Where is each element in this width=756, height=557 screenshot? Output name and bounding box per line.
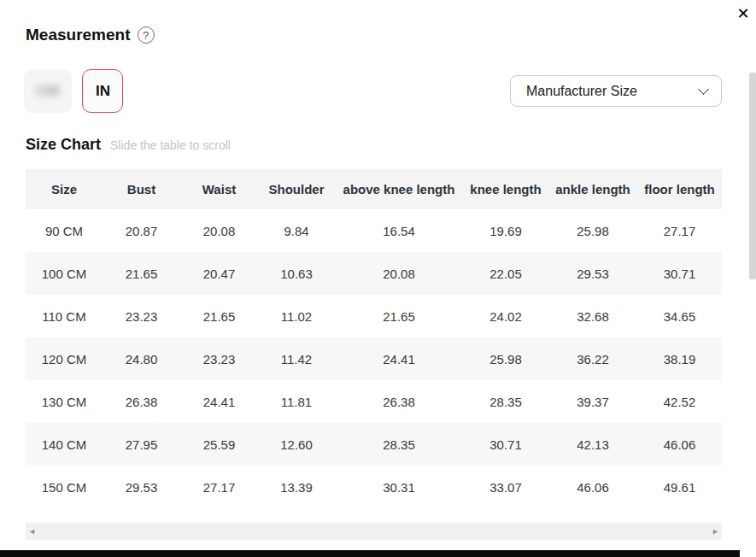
size-chart-header: Size Chart Slide the table to scroll xyxy=(26,136,231,154)
table-cell: 20.08 xyxy=(180,209,258,252)
table-cell: 34.65 xyxy=(637,295,722,337)
manufacturer-size-dropdown[interactable]: Manufacturer Size xyxy=(510,75,722,107)
table-cell: 110 CM xyxy=(26,295,103,337)
table-cell: 38.19 xyxy=(637,337,722,380)
table-cell: 26.38 xyxy=(103,380,180,423)
table-cell: 30.71 xyxy=(637,252,722,295)
unit-in-button[interactable]: IN xyxy=(82,69,123,113)
page-title: Measurement xyxy=(26,26,131,44)
table-row: 90 CM20.8720.089.8416.5419.6925.9827.17 xyxy=(26,209,722,252)
table-cell: 90 CM xyxy=(26,209,103,252)
scroll-right-icon[interactable]: ► xyxy=(712,523,719,540)
table-cell: 28.35 xyxy=(335,423,463,466)
table-row: 150 CM29.5327.1713.3930.3133.0746.0649.6… xyxy=(26,466,722,508)
table-cell: 42.52 xyxy=(637,380,722,423)
table-cell: 27.17 xyxy=(180,466,258,508)
table-cell: 120 CM xyxy=(26,337,103,380)
table-cell: 20.47 xyxy=(180,252,258,295)
size-chart-table-container[interactable]: SizeBustWaistShoulderabove knee lengthkn… xyxy=(26,169,722,508)
table-cell: 42.13 xyxy=(548,423,637,466)
table-cell: 29.53 xyxy=(103,466,180,508)
manufacturer-size-label: Manufacturer Size xyxy=(526,84,637,99)
scroll-hint-text: Slide the table to scroll xyxy=(110,138,231,152)
table-cell: 21.65 xyxy=(335,295,463,337)
column-header: knee length xyxy=(463,169,548,209)
unit-in-label: IN xyxy=(96,83,110,100)
table-cell: 19.69 xyxy=(463,209,548,252)
table-cell: 27.95 xyxy=(103,423,180,466)
size-chart-title: Size Chart xyxy=(26,136,101,154)
modal-header: Measurement ? xyxy=(26,26,155,44)
table-cell: 25.98 xyxy=(548,209,637,252)
table-row: 140 CM27.9525.5912.6028.3530.7142.1346.0… xyxy=(26,423,722,466)
table-cell: 21.65 xyxy=(103,252,180,295)
table-head: SizeBustWaistShoulderabove knee lengthkn… xyxy=(26,169,722,209)
table-cell: 16.54 xyxy=(335,209,463,252)
close-icon[interactable]: ✕ xyxy=(734,4,753,23)
table-cell: 29.53 xyxy=(548,252,637,295)
table-cell: 46.06 xyxy=(637,423,722,466)
table-cell: 28.35 xyxy=(463,380,548,423)
table-cell: 20.87 xyxy=(103,209,180,252)
chevron-down-icon xyxy=(698,84,709,95)
column-header: ankle length xyxy=(548,169,637,209)
table-cell: 100 CM xyxy=(26,252,103,295)
table-row: 110 CM23.2321.6511.0221.6524.0232.6834.6… xyxy=(26,295,722,337)
table-cell: 27.17 xyxy=(637,209,722,252)
table-row: 120 CM24.8023.2311.4224.4125.9836.2238.1… xyxy=(26,337,722,380)
table-cell: 20.08 xyxy=(335,252,463,295)
table-cell: 24.02 xyxy=(463,295,548,337)
column-header: Shoulder xyxy=(258,169,335,209)
column-header: above knee length xyxy=(335,169,463,209)
help-icon[interactable]: ? xyxy=(138,26,155,44)
scroll-left-icon[interactable]: ◄ xyxy=(28,523,36,540)
table-cell: 36.22 xyxy=(548,337,637,380)
column-header: Waist xyxy=(180,169,258,209)
size-chart-table: SizeBustWaistShoulderabove knee lengthkn… xyxy=(26,169,722,508)
table-cell: 140 CM xyxy=(26,423,103,466)
column-header: floor length xyxy=(637,169,722,209)
table-cell: 33.07 xyxy=(463,466,548,508)
table-cell: 21.65 xyxy=(180,295,258,337)
table-cell: 26.38 xyxy=(335,380,463,423)
header-row: SizeBustWaistShoulderabove knee lengthkn… xyxy=(26,169,722,209)
column-header: Size xyxy=(26,169,103,209)
table-cell: 24.41 xyxy=(180,380,258,423)
measurement-modal: ✕ Measurement ? CM IN Manufacturer Size … xyxy=(0,0,756,557)
table-cell: 32.68 xyxy=(548,295,637,337)
table-cell: 150 CM xyxy=(26,466,103,508)
table-cell: 25.98 xyxy=(463,337,548,380)
table-cell: 13.39 xyxy=(258,466,335,508)
table-cell: 11.81 xyxy=(258,380,335,423)
background-page-strip xyxy=(0,550,740,557)
unit-toggle: CM IN xyxy=(24,69,123,113)
table-body: 90 CM20.8720.089.8416.5419.6925.9827.171… xyxy=(26,209,722,508)
table-cell: 23.23 xyxy=(180,337,258,380)
table-cell: 22.05 xyxy=(463,252,548,295)
table-cell: 10.63 xyxy=(258,252,335,295)
table-cell: 30.31 xyxy=(335,466,463,508)
unit-cm-button[interactable]: CM xyxy=(24,69,72,113)
table-cell: 11.42 xyxy=(258,337,335,380)
table-cell: 11.02 xyxy=(258,295,335,337)
table-cell: 23.23 xyxy=(103,295,180,337)
column-header: Bust xyxy=(103,169,180,209)
table-cell: 25.59 xyxy=(180,423,258,466)
table-cell: 49.61 xyxy=(637,466,722,508)
table-cell: 46.06 xyxy=(548,466,637,508)
table-cell: 39.37 xyxy=(548,380,637,423)
table-cell: 130 CM xyxy=(26,380,103,423)
table-cell: 30.71 xyxy=(463,423,548,466)
table-cell: 24.80 xyxy=(103,337,180,380)
table-cell: 12.60 xyxy=(258,423,335,466)
unit-cm-label: CM xyxy=(37,83,59,100)
horizontal-scrollbar[interactable]: ◄ ► xyxy=(26,523,722,540)
vertical-scrollbar-thumb[interactable] xyxy=(749,73,756,279)
table-cell: 24.41 xyxy=(335,337,463,380)
table-row: 130 CM26.3824.4111.8126.3828.3539.3742.5… xyxy=(26,380,722,423)
table-row: 100 CM21.6520.4710.6320.0822.0529.5330.7… xyxy=(26,252,722,295)
table-cell: 9.84 xyxy=(258,209,335,252)
